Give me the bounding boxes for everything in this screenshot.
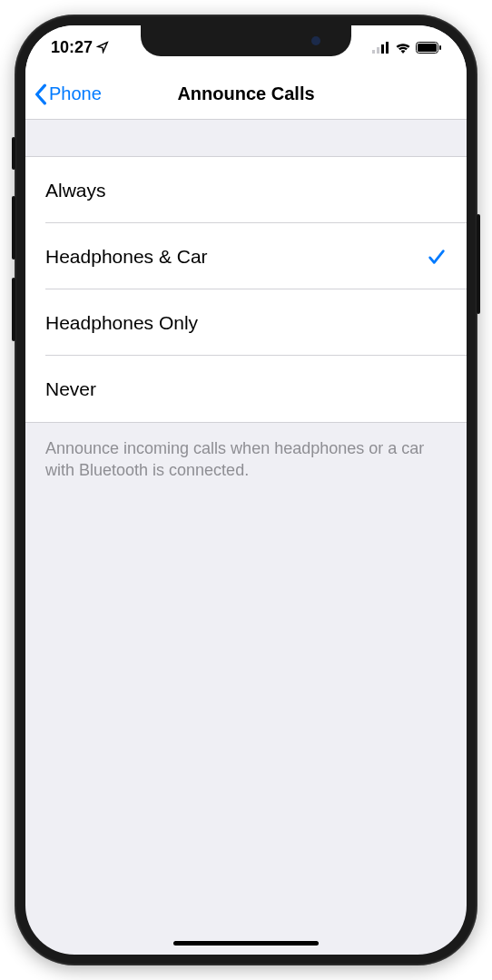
nav-bar: Phone Announce Calls	[25, 69, 467, 120]
svg-rect-3	[386, 42, 389, 54]
back-button[interactable]: Phone	[34, 83, 102, 105]
location-icon	[96, 41, 109, 54]
volume-up-button	[12, 196, 15, 260]
section-spacer	[25, 120, 467, 156]
page-title: Announce Calls	[177, 83, 314, 104]
cellular-icon	[372, 42, 390, 54]
camera-dot	[311, 36, 320, 45]
svg-rect-6	[439, 45, 441, 50]
back-label: Phone	[49, 83, 102, 104]
mute-switch	[12, 137, 15, 170]
chevron-left-icon	[34, 83, 47, 105]
option-always[interactable]: Always	[25, 157, 467, 223]
svg-rect-0	[372, 50, 375, 54]
option-label: Headphones & Car	[45, 246, 208, 268]
option-headphones-only[interactable]: Headphones Only	[25, 289, 467, 356]
options-list: Always Headphones & Car Headphones Only …	[25, 156, 467, 423]
option-label: Always	[45, 180, 106, 201]
option-label: Never	[45, 378, 96, 400]
status-time: 10:27	[51, 38, 93, 57]
screen: 10:27	[25, 25, 467, 955]
volume-down-button	[12, 278, 15, 341]
option-headphones-and-car[interactable]: Headphones & Car	[25, 223, 467, 289]
svg-rect-2	[381, 44, 384, 54]
notch	[141, 25, 351, 56]
checkmark-icon	[427, 247, 447, 267]
home-indicator[interactable]	[173, 941, 319, 946]
svg-rect-1	[377, 47, 379, 54]
phone-frame: 10:27	[15, 15, 477, 965]
footer-description: Announce incoming calls when headphones …	[25, 423, 467, 496]
wifi-icon	[395, 42, 411, 54]
battery-icon	[416, 42, 441, 54]
option-label: Headphones Only	[45, 312, 198, 334]
svg-rect-5	[418, 44, 437, 52]
option-never[interactable]: Never	[25, 356, 467, 422]
power-button	[477, 214, 480, 314]
